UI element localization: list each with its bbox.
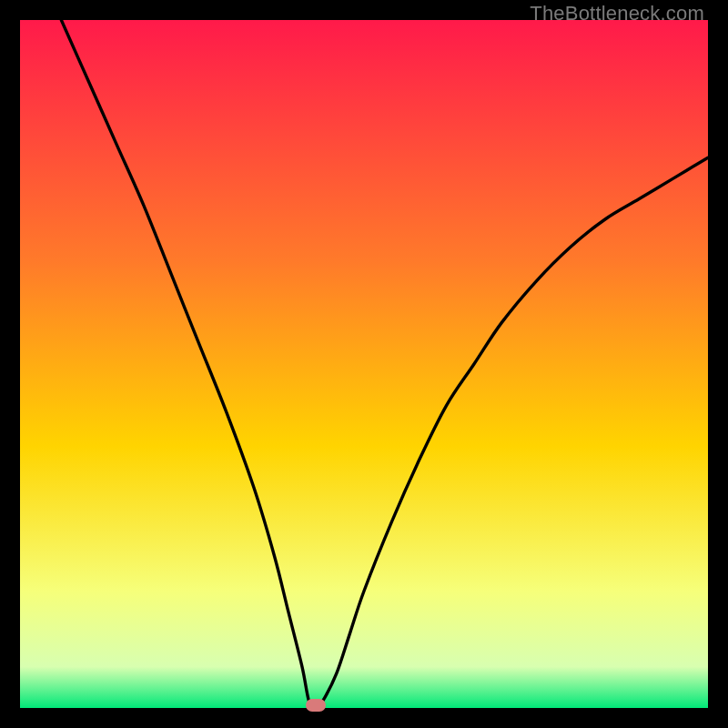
plot-area bbox=[20, 20, 708, 708]
chart-frame: TheBottleneck.com bbox=[0, 0, 728, 728]
optimal-point-marker bbox=[306, 699, 326, 712]
bottleneck-curve bbox=[20, 20, 708, 708]
